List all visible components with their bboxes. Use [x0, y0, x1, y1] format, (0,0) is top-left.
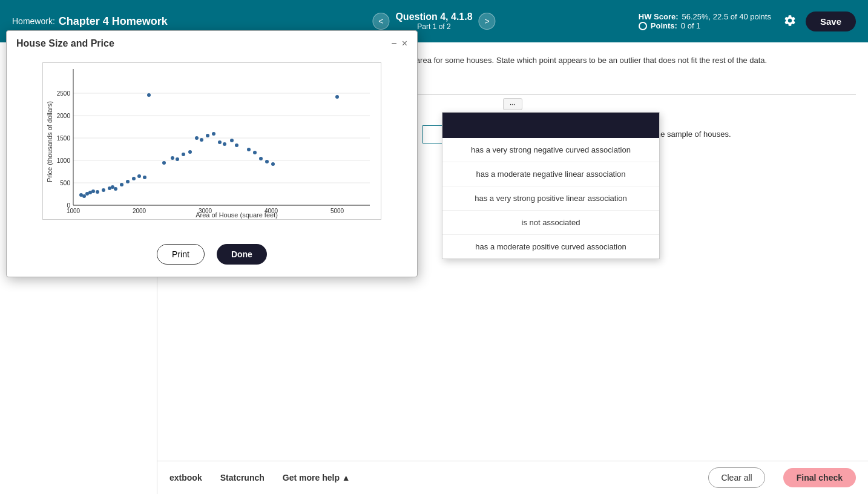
svg-point-42: [206, 134, 209, 137]
svg-point-52: [271, 162, 275, 166]
clear-all-button[interactable]: Clear all: [708, 467, 764, 488]
svg-point-24: [96, 190, 99, 194]
points-circle-icon: [639, 22, 647, 30]
score-section: HW Score: 56.25%, 22.5 of 40 points Poin…: [639, 12, 771, 30]
points-label: Points:: [651, 21, 677, 30]
final-check-button[interactable]: Final check: [783, 468, 856, 487]
svg-point-29: [120, 183, 123, 186]
svg-text:2500: 2500: [57, 90, 71, 97]
svg-point-43: [212, 132, 215, 136]
svg-point-49: [253, 151, 257, 154]
statcrunch-link[interactable]: Statcrunch: [220, 473, 265, 482]
dropdown2-arrow-icon: ▼: [579, 130, 587, 139]
svg-point-32: [137, 174, 141, 178]
svg-point-47: [235, 143, 238, 147]
svg-point-46: [230, 139, 234, 142]
answer-suffix: with the price in the sample of houses.: [597, 130, 731, 139]
svg-point-39: [188, 150, 192, 154]
svg-point-28: [114, 187, 117, 191]
svg-point-25: [102, 188, 105, 192]
house-size-price-modal: House Size and Price − × Price (thousand…: [6, 30, 418, 277]
expand-button[interactable]: ···: [503, 98, 522, 110]
svg-point-31: [132, 177, 136, 180]
svg-point-38: [182, 153, 185, 156]
hw-score-label: HW Score:: [639, 12, 679, 21]
chart-svg: Price (thousands of dollars) Area of Hou…: [43, 63, 382, 220]
svg-text:4000: 4000: [265, 208, 278, 214]
textbook-link[interactable]: extbook: [169, 473, 202, 482]
settings-icon[interactable]: [783, 14, 797, 29]
hw-score-value: 56.25%, 22.5 of 40 points: [682, 12, 771, 21]
svg-point-40: [195, 136, 199, 140]
svg-point-41: [200, 138, 203, 142]
svg-text:1000: 1000: [57, 157, 71, 164]
svg-text:1000: 1000: [67, 208, 81, 214]
svg-point-23: [91, 189, 95, 193]
modal-minimize-button[interactable]: −: [391, 38, 396, 49]
hw-score-line: HW Score: 56.25%, 22.5 of 40 points: [639, 12, 771, 21]
svg-point-36: [171, 156, 174, 160]
svg-point-30: [126, 180, 130, 183]
svg-point-51: [265, 160, 269, 163]
svg-text:2000: 2000: [57, 113, 71, 119]
svg-point-33: [143, 176, 146, 179]
nav-prev-button[interactable]: <: [372, 13, 389, 30]
svg-point-53: [335, 95, 339, 99]
svg-point-34: [147, 93, 151, 97]
svg-text:500: 500: [60, 180, 70, 186]
svg-point-45: [223, 142, 226, 146]
svg-point-37: [176, 157, 179, 161]
done-button[interactable]: Done: [217, 244, 267, 265]
modal-header: House Size and Price − ×: [7, 31, 417, 56]
svg-point-44: [218, 140, 222, 144]
svg-text:1500: 1500: [57, 135, 71, 142]
get-more-help-link[interactable]: Get more help ▲: [283, 473, 350, 482]
nav-next-button[interactable]: >: [479, 13, 496, 30]
scatter-chart: Price (thousands of dollars) Area of Hou…: [42, 62, 381, 220]
svg-point-48: [247, 148, 251, 151]
modal-controls: − ×: [391, 38, 407, 49]
points-value: 0 of 1: [681, 21, 701, 30]
bottom-bar: extbook Statcrunch Get more help ▲ Clear…: [157, 461, 868, 494]
homework-label: Homework:: [12, 16, 55, 26]
question-nav: < Question 4, 4.1.8 Part 1 of 2 >: [372, 12, 495, 31]
modal-close-button[interactable]: ×: [402, 38, 407, 49]
dropdown2[interactable]: ▼: [422, 125, 592, 143]
question-title: Question 4, 4.1.8: [395, 12, 472, 22]
homework-title: Chapter 4 Homework: [59, 15, 168, 28]
modal-footer: Print Done: [7, 232, 417, 277]
svg-text:3000: 3000: [199, 208, 212, 214]
svg-text:2000: 2000: [133, 208, 146, 214]
y-axis-label: Price (thousands of dollars): [46, 101, 53, 182]
question-info: Question 4, 4.1.8 Part 1 of 2: [395, 12, 472, 31]
modal-body: Price (thousands of dollars) Area of Hou…: [7, 56, 417, 232]
print-button[interactable]: Print: [157, 244, 205, 265]
svg-point-35: [162, 161, 166, 165]
svg-point-50: [259, 157, 263, 160]
modal-title: House Size and Price: [16, 38, 114, 49]
svg-text:5000: 5000: [330, 208, 344, 214]
points-line: Points: 0 of 1: [639, 21, 771, 30]
save-button[interactable]: Save: [806, 12, 856, 31]
question-part: Part 1 of 2: [395, 22, 472, 31]
